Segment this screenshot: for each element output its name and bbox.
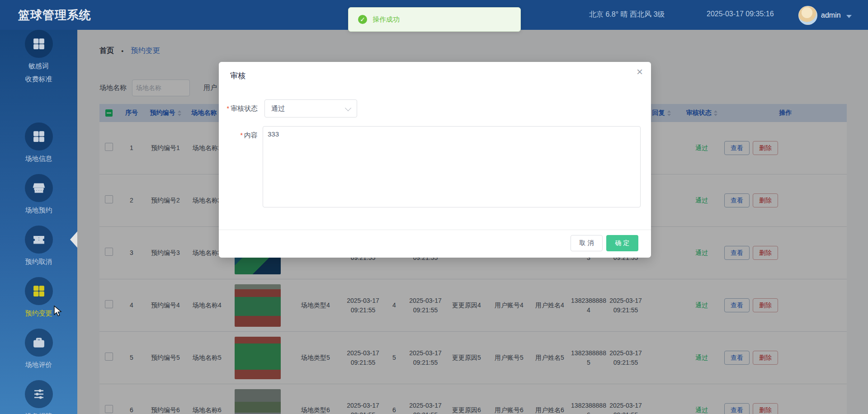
audit-modal: 审核 *审核状态 通过 *内容 333 取 消 确 定 bbox=[219, 62, 651, 258]
sidebar-item-label: 场地预约 bbox=[0, 206, 77, 215]
chevron-down-icon bbox=[345, 105, 351, 111]
grid-icon bbox=[25, 122, 53, 151]
sidebar-item-6[interactable]: 场地评价 bbox=[0, 329, 77, 369]
username[interactable]: admin bbox=[821, 11, 841, 19]
sliders-icon bbox=[25, 380, 53, 408]
shop-icon bbox=[25, 174, 53, 202]
sidebar-item-label: 场地评价 bbox=[0, 361, 77, 369]
chevron-down-icon[interactable] bbox=[846, 15, 852, 18]
sidebar-item-label: 敏感词 bbox=[0, 62, 77, 71]
modal-footer-divider bbox=[219, 230, 651, 230]
avatar[interactable] bbox=[798, 6, 817, 25]
success-toast: 操作成功 bbox=[348, 7, 521, 32]
content-textarea[interactable]: 333 bbox=[263, 126, 641, 207]
sidebar-item-label: 场地信息 bbox=[0, 155, 77, 163]
toast-message: 操作成功 bbox=[373, 15, 400, 24]
ticket-icon bbox=[25, 226, 53, 254]
sidebar-item-label: 预约变更 bbox=[0, 309, 77, 318]
app-title: 篮球管理系统 bbox=[18, 7, 91, 23]
sidebar-item-5[interactable]: 预约变更 bbox=[0, 277, 77, 318]
sidebar-item-4[interactable]: 预约取消 bbox=[0, 226, 77, 266]
sidebar-item-label: 设备报障 bbox=[0, 412, 77, 414]
audit-status-value: 通过 bbox=[271, 104, 285, 113]
weather-info: 北京 6.8° 晴 西北风 3级 bbox=[589, 10, 665, 19]
modal-title: 审核 bbox=[230, 71, 245, 81]
grid-icon bbox=[25, 30, 53, 58]
sidebar-item-7[interactable]: 设备报障 bbox=[0, 380, 77, 414]
required-mark: * bbox=[241, 132, 243, 139]
sidebar-item-1[interactable]: 收费标准 bbox=[0, 71, 77, 84]
sidebar-menu: 收费标准 场地信息 场地预约 预约取消 预约变更 场地评价 设备报障 敏感词 bbox=[0, 30, 77, 414]
audit-status-select[interactable]: 通过 bbox=[264, 99, 357, 118]
close-icon[interactable] bbox=[637, 66, 643, 77]
sidebar-item-8[interactable]: 敏感词 bbox=[0, 30, 77, 71]
audit-status-label: 审核状态 bbox=[231, 104, 258, 112]
sidebar-item-label: 预约取消 bbox=[0, 258, 77, 266]
sidebar-item-2[interactable]: 场地信息 bbox=[0, 122, 77, 163]
sidebar-item-3[interactable]: 场地预约 bbox=[0, 174, 77, 215]
success-check-icon bbox=[358, 15, 367, 24]
confirm-button[interactable]: 确 定 bbox=[606, 235, 638, 251]
sidebar-item-label: 收费标准 bbox=[0, 75, 77, 84]
content-label: 内容 bbox=[244, 131, 258, 139]
cancel-button[interactable]: 取 消 bbox=[571, 235, 603, 251]
grid-icon bbox=[25, 277, 53, 305]
briefcase-icon bbox=[25, 329, 53, 357]
required-mark: * bbox=[227, 105, 229, 112]
current-datetime: 2025-03-17 09:35:16 bbox=[707, 10, 774, 18]
